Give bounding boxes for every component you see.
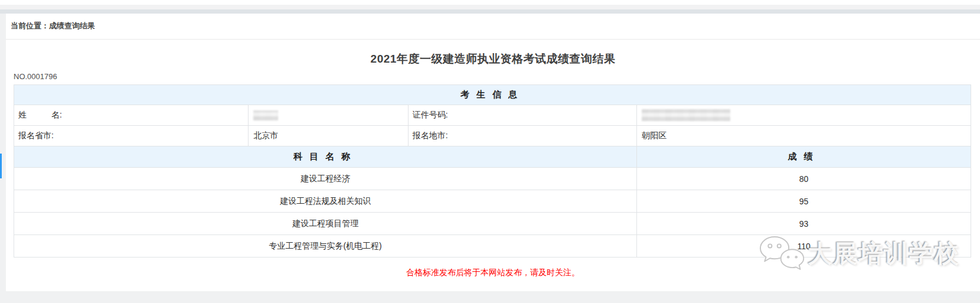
bottom-page-background [0, 291, 980, 303]
score-column-header: 成绩 [637, 146, 971, 168]
result-table: 考生信息 姓 名: 证件号码: 报名省市: 北京市 报名地市: 朝阳区 科目名称… [14, 84, 971, 258]
table-row: 姓 名: 证件号码: [14, 105, 971, 126]
score-cell: 93 [637, 213, 971, 235]
top-gray-band [0, 5, 980, 9]
score-row: 建设工程法规及相关知识 95 [14, 190, 971, 213]
top-divider-band [0, 9, 980, 14]
subject-cell: 建设工程法规及相关知识 [14, 190, 637, 213]
province-value: 北京市 [249, 126, 409, 146]
province-label: 报名省市: [14, 126, 249, 146]
subject-cell: 建设工程经济 [14, 168, 637, 190]
id-number-label: 证件号码: [408, 105, 636, 126]
subject-column-header: 科目名称 [14, 146, 637, 168]
score-header-row: 科目名称 成绩 [14, 146, 971, 168]
top-white-band [0, 0, 980, 5]
score-cell: 80 [637, 168, 971, 190]
left-page-background [0, 14, 6, 291]
city-value: 朝阳区 [637, 126, 971, 146]
subject-cell: 专业工程管理与实务(机电工程) [14, 235, 637, 258]
subject-cell: 建设工程项目管理 [14, 213, 637, 235]
score-row: 建设工程项目管理 93 [14, 213, 971, 235]
content-panel: 当前位置：成绩查询结果 2021年度一级建造师执业资格考试成绩查询结果 NO.0… [6, 14, 980, 291]
name-value-cell [249, 105, 409, 126]
table-row: 报名省市: 北京市 报名地市: 朝阳区 [14, 126, 971, 146]
id-number-value-cell [637, 105, 971, 126]
score-cell: 110 [637, 235, 971, 258]
breadcrumb-label: 当前位置：成绩查询结果 [11, 21, 95, 30]
score-cell: 95 [637, 190, 971, 213]
page-title: 2021年度一级建造师执业资格考试成绩查询结果 [6, 51, 980, 67]
redacted-name-value [253, 110, 278, 120]
name-label: 姓 名: [14, 105, 249, 126]
notice-text: 合格标准发布后将于本网站发布，请及时关注。 [6, 268, 980, 278]
serial-number: NO.0001796 [14, 72, 980, 81]
candidate-info-header-row: 考生信息 [14, 85, 971, 105]
city-label: 报名地市: [408, 126, 636, 146]
score-row: 建设工程经济 80 [14, 168, 971, 190]
breadcrumb: 当前位置：成绩查询结果 [6, 14, 980, 40]
candidate-info-section-title: 考生信息 [14, 85, 971, 105]
redacted-id-number-value [642, 109, 730, 121]
left-accent-bar [0, 154, 2, 178]
score-row: 专业工程管理与实务(机电工程) 110 [14, 235, 971, 258]
